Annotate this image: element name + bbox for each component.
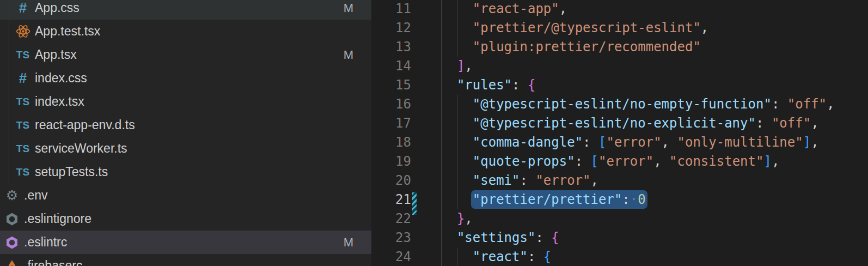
code-token [441, 116, 473, 131]
css-hash-icon: # [15, 1, 30, 16]
file-row[interactable]: #App.cssM [0, 0, 371, 20]
file-row[interactable]: TSApp.tsxM [0, 43, 371, 66]
line-number[interactable]: 22 [371, 209, 411, 228]
code-token: "semi" [473, 173, 520, 188]
code-token: : [575, 154, 591, 169]
line-number[interactable]: 24 [371, 247, 411, 266]
file-row[interactable]: ⚙.env [0, 184, 371, 207]
code-token: , [464, 211, 472, 226]
editor-gutter: 1112131415161718192021222324 [371, 0, 411, 266]
code-token: ] [763, 154, 771, 169]
css-hash-icon: # [15, 71, 30, 86]
code-token: "prettier/@typescript-eslint" [473, 20, 701, 35]
code-token: : [622, 192, 629, 207]
file-label: react-app-env.d.ts [35, 118, 135, 132]
code-line[interactable]: "quote-props": ["error", "consistent"], [441, 152, 834, 171]
eslint-icon [4, 211, 20, 227]
code-area[interactable]: "react-app", "prettier/@typescript-eslin… [441, 0, 834, 266]
modified-badge: M [342, 235, 355, 250]
code-line[interactable]: "@typescript-eslint/no-explicit-any": "o… [441, 114, 834, 133]
typescript-icon: TS [15, 47, 30, 63]
file-label: .env [24, 188, 47, 203]
code-token: "error" [598, 154, 653, 169]
code-line[interactable]: "react": { [441, 247, 834, 266]
code-token: "plugin:prettier/recommended" [473, 39, 701, 55]
selection-highlight: "prettier/prettier":·0 [473, 192, 646, 207]
line-number[interactable]: 21 [371, 190, 411, 209]
code-token: ] [803, 135, 811, 150]
file-label: index.css [35, 71, 87, 86]
code-token: { [543, 249, 551, 264]
line-number[interactable]: 13 [371, 38, 411, 57]
code-line[interactable]: "prettier/prettier":·0 [441, 190, 834, 209]
line-number[interactable]: 14 [371, 57, 411, 76]
file-row[interactable]: .eslintignore [0, 207, 371, 231]
code-token [441, 58, 457, 74]
file-row[interactable]: .eslintrcM [0, 231, 371, 254]
file-row[interactable]: App.test.tsx [0, 20, 371, 43]
line-number[interactable]: 19 [371, 152, 411, 171]
line-number[interactable]: 17 [371, 114, 411, 133]
gutter-modified-indicator[interactable] [412, 192, 417, 215]
line-number[interactable]: 20 [371, 171, 411, 190]
code-token: "@typescript-eslint/no-explicit-any" [473, 116, 756, 131]
modified-badge: M [342, 48, 355, 62]
modified-badge: M [342, 1, 355, 15]
file-row[interactable]: TSreact-app-env.d.ts [0, 113, 371, 137]
code-token [441, 230, 457, 245]
file-label: serviceWorker.ts [35, 141, 127, 156]
file-label: App.test.tsx [35, 24, 100, 39]
code-line[interactable]: }, [441, 209, 834, 228]
typescript-icon: TS [15, 141, 30, 156]
code-line[interactable]: "@typescript-eslint/no-empty-function": … [441, 95, 834, 114]
code-token: : [535, 230, 551, 245]
code-token: "error" [606, 135, 661, 150]
line-number[interactable]: 11 [371, 0, 411, 19]
code-token: , [591, 173, 598, 188]
file-label: .eslintignore [24, 211, 91, 226]
code-line[interactable]: "comma-dangle": ["error", "only-multilin… [441, 133, 834, 152]
file-row[interactable]: TSsetupTests.ts [0, 160, 371, 184]
code-token: "@typescript-eslint/no-empty-function" [473, 96, 772, 112]
file-row[interactable]: .firebaserc [0, 254, 371, 266]
code-token: } [457, 211, 464, 226]
file-row[interactable]: TSserviceWorker.ts [0, 137, 371, 160]
code-token [441, 135, 473, 150]
file-list: #App.cssM App.test.tsxTSApp.tsxM#index.c… [0, 0, 371, 266]
line-number[interactable]: 12 [371, 19, 411, 38]
file-label: App.tsx [35, 47, 77, 62]
code-line[interactable]: "plugin:prettier/recommended" [441, 38, 834, 57]
code-token [441, 1, 473, 16]
react-icon [15, 24, 30, 39]
code-token: , [653, 154, 669, 169]
code-token: "prettier/prettier" [473, 192, 622, 207]
code-line[interactable]: "settings": { [441, 228, 834, 247]
code-token: 0 [638, 192, 645, 207]
line-number[interactable]: 18 [371, 133, 411, 152]
code-token: , [811, 135, 818, 150]
code-token [441, 77, 457, 93]
code-token: · [630, 192, 638, 207]
code-token: { [551, 230, 559, 245]
code-line[interactable]: "rules": { [441, 76, 834, 95]
code-token [441, 96, 473, 112]
code-line[interactable]: "react-app", [441, 0, 834, 19]
file-label: .eslintrc [24, 235, 67, 250]
code-token: : [583, 135, 598, 150]
code-token: ] [457, 58, 464, 74]
line-number[interactable]: 15 [371, 76, 411, 95]
line-number[interactable]: 16 [371, 95, 411, 114]
code-line[interactable]: ], [441, 57, 834, 76]
code-token: , [464, 58, 472, 74]
file-row[interactable]: #index.css [0, 66, 371, 90]
file-row[interactable]: TSindex.tsx [0, 90, 371, 113]
code-line[interactable]: "prettier/@typescript-eslint", [441, 19, 834, 38]
code-line[interactable]: "semi": "error", [441, 171, 834, 190]
code-token [441, 211, 457, 226]
code-token [441, 154, 473, 169]
code-token: "settings" [457, 230, 536, 245]
code-token: "quote-props" [473, 154, 575, 169]
code-token: [ [591, 154, 598, 169]
gear-icon: ⚙ [4, 188, 20, 203]
line-number[interactable]: 23 [371, 228, 411, 247]
